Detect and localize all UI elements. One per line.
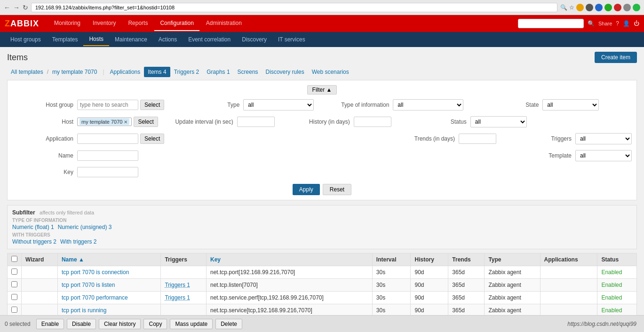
browser-bar: ← → ↻ 🔍 ☆ [0,0,644,15]
application-input[interactable] [77,134,138,144]
row4-check[interactable] [11,307,17,313]
reset-button[interactable]: Reset [323,184,351,195]
nav-administration[interactable]: Administration [200,16,247,31]
nav-reports[interactable]: Reports [122,16,153,31]
power-icon[interactable]: ⏻ [634,20,639,27]
row2-name-link[interactable]: tcp port 7070 is listen [62,282,115,288]
tab-screens[interactable]: Screens [234,67,262,77]
filter-toggle-button[interactable]: Filter ▲ [307,85,337,95]
type-select[interactable]: all [243,99,314,111]
filter-actions: Apply Reset [12,184,632,195]
row3-name-link[interactable]: tcp port 7070 performance [62,294,128,301]
host-group-input[interactable] [77,100,138,110]
tab-web-scenarios[interactable]: Web scenarios [308,67,353,77]
search-icon[interactable]: 🔍 [588,20,595,27]
row1-name-link[interactable]: tcp port 7070 is connection [62,269,129,276]
page-title: Items [7,53,28,63]
copy-button[interactable]: Copy [143,319,167,329]
table-body: tcp port 7070 is connection net.tcp.port… [8,266,637,317]
subnav-maintenance[interactable]: Maintenance [109,33,153,46]
url-bar[interactable] [31,3,557,12]
th-applications: Applications [540,253,597,266]
tab-applications[interactable]: Applications [106,67,144,77]
delete-button[interactable]: Delete [215,319,242,329]
th-key-link[interactable]: Key [210,256,221,263]
subnav-discovery[interactable]: Discovery [236,33,272,46]
enable-button[interactable]: Enable [36,319,64,329]
host-tag-remove[interactable]: ✕ [124,119,127,125]
state-select[interactable]: all [542,99,599,111]
bottom-bar: 0 selected Enable Disable Clear history … [0,315,644,332]
update-interval-input[interactable] [237,117,275,127]
type-numeric-unsigned[interactable]: Numeric (unsigned) 3 [58,224,112,230]
mass-update-button[interactable]: Mass update [170,319,213,329]
trends-input[interactable] [459,134,496,144]
th-name-link[interactable]: Name ▲ [62,256,84,263]
clear-history-button[interactable]: Clear history [99,319,141,329]
triggers-select[interactable]: all [575,133,632,144]
help-icon[interactable]: ? [616,20,619,27]
row2-triggers-link[interactable]: Triggers 1 [165,282,190,288]
row2-applications [540,279,597,292]
name-label: Name [12,152,73,159]
status-label: Status [405,119,467,125]
application-select-button[interactable]: Select [140,134,164,144]
host-group-select-button[interactable]: Select [140,100,164,110]
nav-configuration[interactable]: Configuration [154,16,199,31]
subnav-templates[interactable]: Templates [47,33,84,46]
template-select[interactable]: all [575,150,632,161]
tab-graphs[interactable]: Graphs 1 [203,67,233,77]
status-select[interactable]: all [470,116,527,127]
with-triggers[interactable]: With triggers 2 [60,238,96,245]
subfilter-title-row: Subfilter affects only filtered data [12,209,632,216]
host-tag-input[interactable]: my template 7070 ✕ [77,118,132,126]
with-triggers-section: WITH TRIGGERS Without triggers 2 With tr… [12,232,632,245]
tab-items[interactable]: Items 4 [144,67,170,77]
reload-button[interactable]: ↻ [23,4,28,11]
row1-checkbox[interactable] [8,266,22,279]
header-search-input[interactable] [518,19,584,28]
subnav-actions[interactable]: Actions [153,33,183,46]
table-header-row: Wizard Name ▲ Triggers Key Interval Hist… [8,253,637,266]
subnav-host-groups[interactable]: Host groups [5,33,47,46]
history-input[interactable] [354,117,391,127]
forward-button[interactable]: → [13,4,20,11]
row1-interval: 30s [372,266,411,279]
type-label: Type [178,102,239,108]
user-icon[interactable]: 👤 [623,20,630,27]
nav-inventory[interactable]: Inventory [87,16,121,31]
type-numeric-float[interactable]: Numeric (float) 1 [12,224,54,230]
breadcrumb-template-name[interactable]: my template 7070 [48,67,101,77]
row2-check[interactable] [11,281,17,287]
row4-name-link[interactable]: tcp port is running [62,307,106,314]
disable-button[interactable]: Disable [67,319,96,329]
back-button[interactable]: ← [4,4,10,11]
host-label: Host [12,119,73,125]
subnav-hosts[interactable]: Hosts [83,33,109,46]
subnav-event-correlation[interactable]: Event correlation [183,33,236,46]
host-select-button[interactable]: Select [134,117,158,127]
row3-triggers-link[interactable]: Triggers 1 [165,294,190,301]
create-item-button[interactable]: Create item [595,52,637,63]
select-all-checkbox[interactable] [11,256,17,262]
host-tag: my template 7070 ✕ [80,119,129,125]
name-input[interactable] [77,150,138,161]
tab-triggers[interactable]: Triggers 2 [170,67,203,77]
row1-key: net.tcp.port[192.168.99.216,7070] [207,266,373,279]
tab-discovery-rules[interactable]: Discovery rules [262,67,308,77]
nav-monitoring[interactable]: Monitoring [48,16,86,31]
update-interval-row: Update interval (in sec) [172,116,275,127]
row3-check[interactable] [11,294,17,300]
type-info-select[interactable]: all [393,99,463,111]
apply-button[interactable]: Apply [293,184,320,195]
row2-checkbox[interactable] [8,279,22,292]
subnav-it-services[interactable]: IT services [272,33,311,46]
filter-row-5: Key [12,167,632,180]
subfilter-subtitle: affects only filtered data [40,210,94,215]
row3-interval: 30s [372,292,411,304]
row1-check[interactable] [11,269,17,275]
without-triggers[interactable]: Without triggers 2 [12,238,56,245]
row3-checkbox[interactable] [8,292,22,304]
breadcrumb-all-templates[interactable]: All templates [7,67,47,77]
key-input[interactable] [77,167,138,177]
